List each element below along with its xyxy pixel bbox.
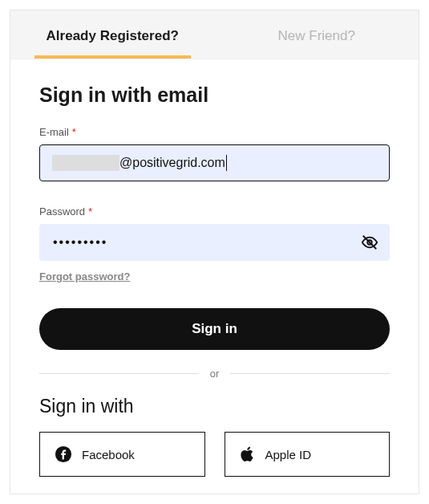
password-label: Password* [39, 205, 390, 217]
signin-content: Sign in with email E-mail* @positivegrid… [10, 59, 419, 496]
divider: or [39, 368, 390, 380]
email-field-group: E-mail* @positivegrid.com [39, 126, 390, 191]
email-input[interactable] [39, 144, 390, 181]
eye-off-icon [361, 234, 378, 251]
required-indicator: * [88, 205, 92, 217]
password-input[interactable] [39, 224, 390, 261]
facebook-label: Facebook [82, 448, 135, 461]
divider-text: or [210, 368, 220, 380]
auth-tabs: Already Registered? New Friend? [10, 10, 419, 59]
email-label: E-mail* [39, 126, 390, 138]
forgot-password-link[interactable]: Forgot password? [39, 270, 390, 282]
tab-label: Already Registered? [47, 28, 179, 43]
facebook-icon [55, 445, 72, 463]
tab-new-friend[interactable]: New Friend? [215, 10, 419, 59]
apple-button[interactable]: Apple ID [225, 432, 391, 477]
page-title: Sign in with email [39, 83, 390, 107]
password-input-wrap [39, 224, 390, 261]
tab-label: New Friend? [278, 28, 355, 43]
apple-label: Apple ID [265, 448, 312, 461]
social-heading: Sign in with [39, 396, 390, 417]
toggle-password-visibility-button[interactable] [358, 230, 382, 254]
required-indicator: * [72, 126, 76, 138]
password-label-text: Password [39, 205, 85, 217]
facebook-button[interactable]: Facebook [39, 432, 205, 477]
password-field-group: Password* [39, 205, 390, 270]
auth-card: Already Registered? New Friend? Sign in … [10, 10, 419, 494]
social-buttons-row: Facebook Apple ID [39, 432, 390, 477]
email-input-wrap[interactable]: @positivegrid.com [39, 144, 390, 181]
tab-already-registered[interactable]: Already Registered? [10, 10, 215, 59]
signin-button[interactable]: Sign in [39, 308, 390, 350]
apple-icon [240, 445, 256, 463]
email-label-text: E-mail [39, 126, 69, 138]
